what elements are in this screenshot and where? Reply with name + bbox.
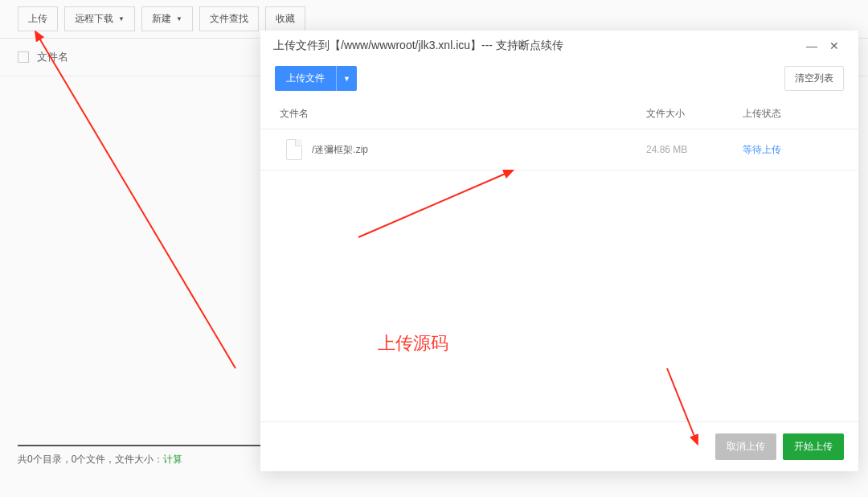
header-status: 上传状态 [743,107,839,121]
cancel-upload-button[interactable]: 取消上传 [715,433,776,460]
svg-line-2 [667,368,695,438]
upload-file-split-button[interactable]: 上传文件 ▼ [275,66,357,91]
upload-list-header: 文件名 文件大小 上传状态 [260,99,858,129]
dialog-footer: 取消上传 开始上传 [260,421,858,471]
close-icon[interactable]: ✕ [823,39,845,52]
header-filename: 文件名 [280,107,646,121]
upload-button[interactable]: 上传 [18,6,58,31]
annotation-arrow [350,161,519,249]
start-upload-button[interactable]: 开始上传 [783,433,844,460]
upload-file-button[interactable]: 上传文件 [275,66,336,91]
row-filesize: 24.86 MB [646,144,743,155]
clear-list-button[interactable]: 清空列表 [784,66,844,91]
caret-down-icon: ▼ [118,15,125,23]
minimize-icon[interactable]: — [800,39,823,52]
row-status: 等待上传 [743,143,839,157]
remote-download-button[interactable]: 远程下载 ▼ [64,6,135,31]
header-filesize: 文件大小 [646,107,743,121]
dialog-titlebar: 上传文件到【/www/wwwroot/jlk3.xnl.icu】--- 支持断点… [260,31,858,61]
row-filename: /迷彌框架.zip [312,143,646,157]
dialog-title: 上传文件到【/www/wwwroot/jlk3.xnl.icu】--- 支持断点… [273,39,563,53]
page-root: 上传 远程下载 ▼ 新建 ▼ 文件查找 收藏 文件名 共0个目录，0个文件，文件… [0,0,868,497]
svg-line-1 [358,173,507,237]
new-button[interactable]: 新建 ▼ [141,6,193,31]
dialog-actions: 上传文件 ▼ 清空列表 [260,61,858,99]
calc-link[interactable]: 计算 [163,454,182,465]
file-search-button[interactable]: 文件查找 [199,6,259,31]
file-icon [286,139,302,160]
status-text: 共0个目录，0个文件，文件大小： [18,454,163,465]
svg-line-0 [39,37,235,368]
favorite-button[interactable]: 收藏 [265,6,305,31]
caret-down-icon: ▼ [176,15,182,23]
remote-download-label: 远程下载 [75,12,113,26]
annotation-arrow [659,362,707,450]
new-label: 新建 [152,12,171,26]
annotation-arrow [31,31,256,384]
caret-down-icon[interactable]: ▼ [336,66,357,91]
select-all-checkbox[interactable] [18,51,29,63]
upload-dialog: 上传文件到【/www/wwwroot/jlk3.xnl.icu】--- 支持断点… [260,31,858,471]
